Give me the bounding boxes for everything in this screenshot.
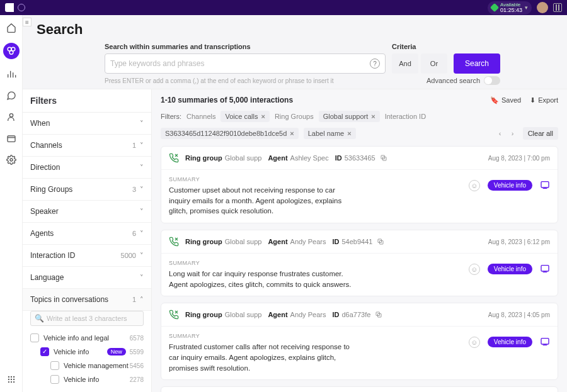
panel-toggle-icon[interactable] bbox=[553, 3, 562, 12]
result-card[interactable]: Ring groupGlobal suppAgentJordan JacID7e… bbox=[161, 386, 558, 392]
transcript-icon[interactable] bbox=[540, 337, 550, 347]
call-icon bbox=[169, 310, 179, 320]
nav-settings[interactable] bbox=[5, 154, 18, 166]
export-label: Export bbox=[538, 96, 558, 104]
topic-row[interactable]: Vehicle management5456 bbox=[30, 359, 144, 372]
topic-count: 5599 bbox=[130, 349, 144, 356]
filter-topics[interactable]: Topics in conversations 1˄ bbox=[23, 289, 151, 311]
topic-count: 6578 bbox=[130, 335, 144, 342]
meta-agent: AgentAshley Spec bbox=[268, 154, 328, 162]
filter-direction[interactable]: Direction˅ bbox=[23, 157, 151, 179]
svg-point-2 bbox=[9, 50, 13, 54]
topic-row[interactable]: Vehicle info2278 bbox=[30, 372, 144, 386]
summary-label: SUMMARY bbox=[169, 260, 461, 266]
meta-id: ID54eb9441 bbox=[332, 238, 372, 245]
transcript-icon[interactable] bbox=[540, 180, 550, 190]
search-input[interactable] bbox=[110, 59, 370, 68]
nav-person[interactable] bbox=[5, 111, 18, 123]
timestamp: Aug 8, 2023 | 6:12 pm bbox=[488, 238, 550, 245]
close-icon[interactable]: × bbox=[290, 130, 294, 137]
meta-ring-group: Ring groupGlobal supp bbox=[185, 238, 261, 245]
nav-folder[interactable] bbox=[5, 132, 18, 145]
nav-analytics[interactable] bbox=[5, 68, 18, 81]
avatar[interactable] bbox=[537, 2, 548, 13]
filter-language[interactable]: Language˅ bbox=[23, 267, 151, 289]
chip-interaction[interactable]: S3633465d112482f9010debe8b1dce5d× bbox=[161, 128, 299, 139]
filter-interaction-id[interactable]: Interaction ID5000˅ bbox=[23, 245, 151, 267]
export-button[interactable]: ⬇ Export bbox=[530, 96, 558, 104]
topic-tag[interactable]: Vehicle info bbox=[488, 264, 532, 274]
filters-heading: Filters bbox=[23, 89, 151, 113]
page-next-button[interactable]: › bbox=[508, 128, 518, 138]
copy-icon[interactable] bbox=[377, 311, 382, 318]
filter-label: When bbox=[30, 119, 50, 128]
topic-row[interactable]: Vehicle infoNew5599 bbox=[30, 345, 144, 359]
chevron-down-icon: ˅ bbox=[140, 230, 144, 238]
result-card[interactable]: Ring groupGlobal suppAgentAndy PearsIDd6… bbox=[161, 303, 558, 380]
topic-label: Vehicle management bbox=[64, 362, 129, 369]
svg-point-8 bbox=[13, 376, 14, 378]
topic-label: Vehicle info bbox=[54, 348, 89, 356]
svg-rect-17 bbox=[541, 182, 549, 188]
topic-search-input-wrap[interactable]: 🔍 bbox=[30, 311, 144, 326]
summary-text: Long wait for car inquiry response frust… bbox=[169, 269, 358, 289]
clear-all-button[interactable]: Clear all bbox=[523, 127, 558, 140]
topic-row[interactable]: Vehicle info and legal6578 bbox=[30, 331, 144, 345]
page-title: Search bbox=[23, 15, 567, 40]
search-button[interactable]: Search bbox=[454, 53, 500, 74]
chip-channels[interactable]: Voice calls× bbox=[220, 111, 269, 122]
topic-tag[interactable]: Vehicle info bbox=[488, 180, 532, 191]
filter-speaker[interactable]: Speaker˅ bbox=[23, 201, 151, 223]
filter-label: Channels bbox=[30, 141, 62, 150]
filters-panel: Filters When˅Channels1˅Direction˅Ring Gr… bbox=[23, 89, 152, 392]
filter-when[interactable]: When˅ bbox=[23, 113, 151, 135]
help-icon[interactable]: ? bbox=[370, 59, 380, 69]
close-icon[interactable]: × bbox=[371, 113, 375, 120]
chip-ringgroups[interactable]: Global support× bbox=[319, 111, 380, 122]
chip-labelname[interactable]: Label name× bbox=[304, 128, 356, 139]
availability-pill[interactable]: Available 01:25:43 ▾ bbox=[488, 1, 532, 14]
status-timer: 01:25:43 bbox=[500, 8, 522, 13]
criteria-or-button[interactable]: Or bbox=[421, 53, 447, 74]
results-count: 1-10 summaries of 5,000 interactions bbox=[161, 96, 293, 104]
filter-label: Direction bbox=[30, 163, 60, 172]
result-card[interactable]: Ring groupGlobal suppAgentAshley SpecID5… bbox=[161, 146, 558, 223]
copy-icon[interactable] bbox=[382, 154, 387, 162]
checkbox[interactable] bbox=[40, 347, 49, 356]
meta-agent: AgentAndy Pears bbox=[268, 238, 326, 245]
nav-chat[interactable] bbox=[5, 89, 18, 102]
filter-channels[interactable]: Channels1˅ bbox=[23, 135, 151, 157]
topic-search-input[interactable] bbox=[47, 315, 139, 322]
nav-search[interactable] bbox=[3, 43, 20, 59]
collapse-sidebar-button[interactable]: ≡ bbox=[23, 18, 32, 26]
checkbox[interactable] bbox=[50, 375, 59, 384]
nav-apps[interactable] bbox=[5, 373, 18, 386]
advanced-search-toggle[interactable] bbox=[484, 76, 500, 85]
topic-count: 2278 bbox=[130, 376, 144, 383]
chip-interaction-value: S3633465d112482f9010debe8b1dce5d bbox=[165, 130, 287, 137]
checkbox[interactable] bbox=[30, 333, 39, 342]
criteria-label: Criteria bbox=[392, 43, 447, 50]
search-input-wrap[interactable]: ? bbox=[105, 53, 386, 74]
timestamp: Aug 8, 2023 | 4:05 pm bbox=[488, 311, 550, 318]
topic-tag[interactable]: Vehicle info bbox=[488, 337, 532, 347]
nav-home[interactable] bbox=[5, 21, 18, 34]
svg-point-9 bbox=[8, 379, 9, 380]
saved-button[interactable]: 🔖 Saved bbox=[490, 96, 521, 104]
close-icon[interactable]: × bbox=[261, 113, 265, 120]
page-prev-button[interactable]: ‹ bbox=[495, 128, 505, 138]
filter-agents[interactable]: Agents6˅ bbox=[23, 223, 151, 245]
transcript-icon[interactable] bbox=[540, 264, 550, 274]
filter-count: 5000 bbox=[121, 252, 136, 259]
result-card[interactable]: Ring groupGlobal suppAgentAndy PearsID54… bbox=[161, 230, 558, 296]
svg-rect-23 bbox=[541, 339, 549, 344]
checkbox[interactable] bbox=[50, 361, 59, 370]
topic-label: Vehicle info and legal bbox=[43, 334, 109, 342]
copy-icon[interactable] bbox=[379, 238, 384, 245]
close-icon[interactable]: × bbox=[347, 130, 351, 137]
chevron-down-icon: ˅ bbox=[140, 274, 144, 282]
download-icon: ⬇ bbox=[530, 96, 536, 104]
chevron-down-icon: ˅ bbox=[140, 120, 144, 128]
criteria-and-button[interactable]: And bbox=[392, 53, 418, 74]
filter-ring-groups[interactable]: Ring Groups3˅ bbox=[23, 179, 151, 201]
